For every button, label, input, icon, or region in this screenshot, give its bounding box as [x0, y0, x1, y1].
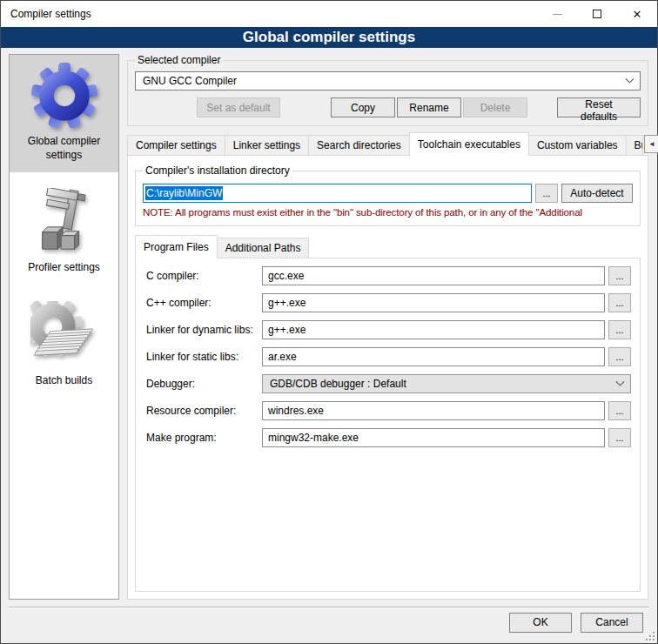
- install-dir-group-label: Compiler's installation directory: [143, 164, 292, 177]
- selected-compiler-group-label: Selected compiler: [135, 54, 223, 66]
- compiler-buttons-row: Set as default Copy Rename Delete Reset …: [135, 97, 641, 117]
- tab-build-truncated[interactable]: Build: [626, 135, 643, 155]
- reset-defaults-button[interactable]: Reset defaults: [557, 97, 641, 117]
- install-dir-selected-text: C:\raylib\MinGW: [145, 186, 223, 200]
- field-row: Resource compiler: ...: [146, 401, 631, 420]
- program-files-page: C compiler: ... C++ compiler: ... Linker…: [135, 258, 641, 592]
- field-row: Debugger: GDB/CDB debugger : Default: [146, 374, 631, 393]
- tab-additional-paths[interactable]: Additional Paths: [217, 238, 310, 258]
- toolchain-executables-page: Compiler's installation directory C:\ray…: [127, 155, 648, 600]
- debugger-label: Debugger:: [146, 378, 262, 390]
- tab-compiler-settings[interactable]: Compiler settings: [127, 135, 225, 155]
- install-dir-note: NOTE: All programs must exist either in …: [143, 206, 633, 218]
- dialog-footer: OK Cancel: [1, 608, 657, 643]
- make-program-label: Make program:: [146, 432, 262, 444]
- selected-compiler-group: Selected compiler GNU GCC Compiler Set a…: [127, 54, 648, 126]
- close-button[interactable]: ✕: [617, 1, 657, 27]
- field-row: Linker for dynamic libs: ...: [146, 320, 631, 339]
- tab-program-files[interactable]: Program Files: [135, 235, 218, 258]
- minimize-button[interactable]: [537, 1, 577, 27]
- sidebar-item-global-compiler-settings[interactable]: Global compiler settings: [10, 55, 118, 172]
- make-program-browse-button[interactable]: ...: [608, 428, 631, 447]
- blue-gear-icon: [30, 62, 98, 130]
- tab-custom-variables[interactable]: Custom variables: [528, 135, 627, 155]
- c-compiler-input[interactable]: [262, 266, 605, 285]
- tab-search-directories[interactable]: Search directories: [308, 135, 410, 155]
- dialog-header: Global compiler settings: [1, 27, 657, 48]
- linker-static-label: Linker for static libs:: [146, 351, 262, 363]
- rename-button[interactable]: Rename: [397, 97, 461, 117]
- settings-category-list: Global compiler settings: [9, 54, 119, 600]
- resource-compiler-label: Resource compiler:: [146, 405, 262, 417]
- titlebar: Compiler settings ✕: [1, 1, 657, 27]
- copy-button[interactable]: Copy: [331, 97, 395, 117]
- linker-static-browse-button[interactable]: ...: [608, 347, 631, 366]
- ok-button[interactable]: OK: [509, 613, 572, 633]
- tab-toolchain-executables[interactable]: Toolchain executables: [409, 132, 529, 156]
- selected-compiler-value: GNU GCC Compiler: [143, 75, 627, 87]
- window-controls: ✕: [537, 1, 657, 27]
- dialog-header-title: Global compiler settings: [243, 29, 415, 46]
- sidebar-item-profiler-settings[interactable]: Profiler settings: [10, 181, 118, 285]
- c-compiler-browse-button[interactable]: ...: [608, 266, 631, 285]
- cpp-compiler-browse-button[interactable]: ...: [608, 293, 631, 312]
- install-dir-browse-button[interactable]: ...: [535, 184, 558, 203]
- linker-dynamic-browse-button[interactable]: ...: [608, 320, 631, 339]
- caliper-icon: [30, 188, 98, 256]
- program-files-tabs: Program Files Additional Paths: [135, 235, 641, 258]
- auto-detect-button[interactable]: Auto-detect: [561, 184, 633, 203]
- debugger-dropdown[interactable]: GDB/CDB debugger : Default: [262, 374, 631, 393]
- sidebar-item-label: Profiler settings: [11, 261, 117, 275]
- field-row: Linker for static libs: ...: [146, 347, 631, 366]
- install-dir-group: Compiler's installation directory C:\ray…: [135, 164, 641, 226]
- c-compiler-label: C compiler:: [146, 270, 262, 282]
- sidebar-item-label: Batch builds: [11, 374, 117, 388]
- cpp-compiler-input[interactable]: [262, 293, 605, 312]
- maximize-button[interactable]: [577, 1, 617, 27]
- tab-scroll-left-button[interactable]: ◄: [644, 135, 658, 153]
- linker-static-input[interactable]: [262, 347, 605, 366]
- settings-content: Selected compiler GNU GCC Compiler Set a…: [127, 54, 648, 600]
- make-program-input[interactable]: [262, 428, 605, 447]
- tab-scroll-buttons: ◄ ►: [644, 135, 658, 153]
- chevron-down-icon: [626, 74, 634, 83]
- compiler-settings-tabs: Compiler settings Linker settings Search…: [127, 132, 648, 155]
- field-row: Make program: ...: [146, 428, 631, 447]
- chevron-down-icon: [616, 377, 625, 386]
- maximize-icon: [593, 10, 601, 18]
- sidebar-item-batch-builds[interactable]: Batch builds: [10, 294, 118, 399]
- field-row: C++ compiler: ...: [146, 293, 631, 312]
- resize-grip[interactable]: [646, 632, 655, 641]
- debugger-value: GDB/CDB debugger : Default: [270, 378, 617, 390]
- dialog-body: Global compiler settings: [1, 48, 657, 607]
- resource-compiler-input[interactable]: [262, 401, 605, 420]
- delete-button[interactable]: Delete: [463, 97, 527, 117]
- window-title: Compiler settings: [1, 8, 91, 20]
- cancel-button[interactable]: Cancel: [581, 613, 643, 633]
- close-icon: ✕: [633, 9, 642, 20]
- install-dir-input[interactable]: C:\raylib\MinGW: [143, 184, 532, 203]
- cpp-compiler-label: C++ compiler:: [146, 297, 262, 309]
- resource-compiler-browse-button[interactable]: ...: [608, 401, 631, 420]
- linker-dynamic-label: Linker for dynamic libs:: [146, 324, 262, 336]
- install-dir-row: C:\raylib\MinGW ... Auto-detect: [143, 184, 633, 203]
- set-as-default-button[interactable]: Set as default: [197, 97, 280, 117]
- gray-gear-papers-icon: [30, 301, 98, 369]
- field-row: C compiler: ...: [146, 266, 631, 285]
- tab-linker-settings[interactable]: Linker settings: [225, 135, 309, 155]
- sidebar-item-label: Global compiler settings: [11, 135, 117, 162]
- selected-compiler-dropdown[interactable]: GNU GCC Compiler: [135, 71, 641, 91]
- compiler-settings-dialog: Compiler settings ✕ Global compiler sett…: [0, 0, 658, 644]
- linker-dynamic-input[interactable]: [262, 320, 605, 339]
- minimize-icon: [553, 14, 562, 15]
